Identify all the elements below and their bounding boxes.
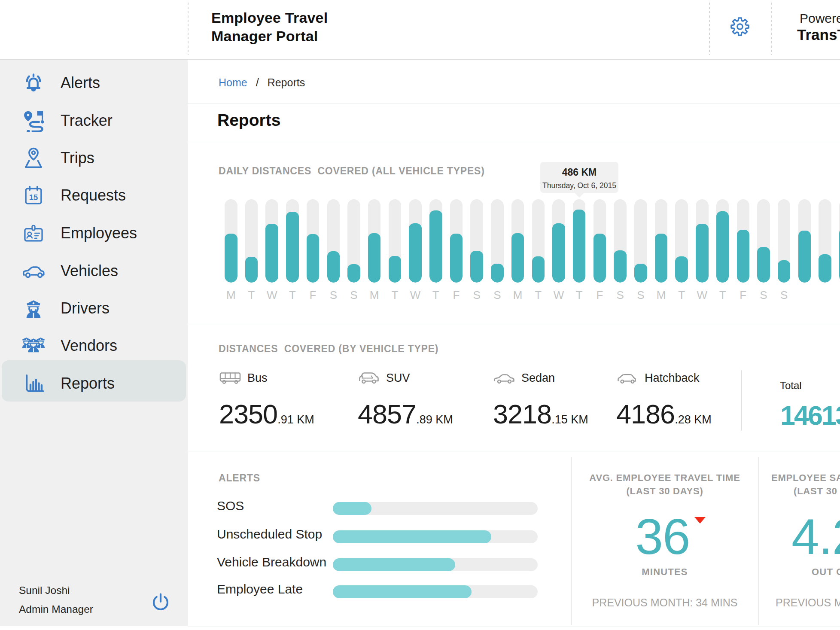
svg-text:15: 15 [29,193,38,202]
